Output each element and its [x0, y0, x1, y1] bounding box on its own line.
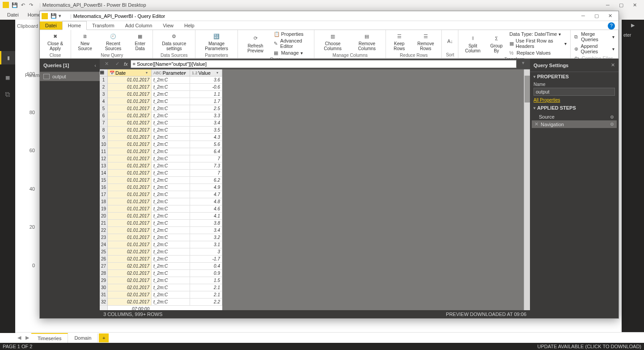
cell-value[interactable]: 7	[190, 155, 222, 162]
cell-date[interactable]: 01.01.2017 16:00:00	[108, 191, 152, 198]
table-row[interactable]: 01.01.2017 09:00:00t_2m:C5.6	[108, 141, 222, 148]
cell-value[interactable]: 7	[190, 170, 222, 176]
cell-value[interactable]: 3.6	[190, 77, 222, 83]
step-source[interactable]: Source⚙	[532, 113, 617, 120]
cell-parameter[interactable]: t_2m:C	[152, 112, 190, 119]
table-row[interactable]: 01.01.2017 16:00:00t_2m:C4.7	[108, 191, 222, 198]
split-column-button[interactable]: ⫴Split Column	[461, 33, 484, 54]
cell-date[interactable]: 01.01.2017 03:00:00	[108, 98, 152, 105]
cell-parameter[interactable]: t_2m:C	[152, 248, 190, 255]
cell-date[interactable]: 02.01.2017 01:00:00	[108, 256, 152, 262]
table-row[interactable]: 01.01.2017 05:00:00t_2m:C3.3	[108, 112, 222, 120]
row-number[interactable]: 24	[100, 241, 107, 248]
cell-parameter[interactable]: t_2m:C	[152, 263, 190, 269]
cell-value[interactable]: 1.5	[190, 277, 222, 284]
new-source-button[interactable]: 🗎New Source	[74, 31, 96, 52]
cell-value[interactable]: 3.2	[190, 234, 222, 241]
table-row[interactable]: 01.01.2017 11:00:00t_2m:C7	[108, 155, 222, 162]
replace-values-button[interactable]: ½Replace Values	[508, 50, 568, 56]
table-corner-icon[interactable]: ▦	[100, 69, 107, 77]
cell-value[interactable]: 3.4	[190, 227, 222, 234]
cell-date[interactable]: 02.01.2017 02:00:00	[108, 263, 152, 269]
save-icon[interactable]: 💾	[51, 13, 57, 19]
row-number[interactable]: 30	[100, 284, 107, 291]
cell-parameter[interactable]: t_2m:C	[152, 220, 190, 226]
cancel-formula-icon[interactable]: ✕	[102, 60, 110, 68]
cell-value[interactable]: 6.4	[190, 148, 222, 155]
close-settings-icon[interactable]: ✕	[611, 62, 615, 68]
cell-parameter[interactable]: t_2m:C	[152, 77, 190, 83]
cell-value[interactable]: 4.7	[190, 191, 222, 198]
undo-icon[interactable]: ↶	[20, 2, 26, 8]
cell-date[interactable]: 01.01.2017 13:00:00	[108, 170, 152, 176]
cell-value[interactable]: 3.5	[190, 127, 222, 133]
cell-date[interactable]: 01.01.2017 09:00:00	[108, 141, 152, 148]
table-row[interactable]: 01.01.2017 02:00:00t_2m:C1.1	[108, 91, 222, 98]
data-source-settings-button[interactable]: ⚙Data source settings	[156, 31, 192, 52]
table-row[interactable]: 02.01.2017 04:00:00t_2m:C1.5	[108, 277, 222, 284]
cell-date[interactable]: 01.01.2017 00:00:00	[108, 77, 152, 83]
table-row[interactable]: 01.01.2017 15:00:00t_2m:C4.9	[108, 184, 222, 191]
cell-parameter[interactable]: t_2m:C	[152, 191, 190, 198]
cell-date[interactable]: 02.01.2017 05:00:00	[108, 284, 152, 291]
data-type-button[interactable]: Data Type: Date/Time ▾	[508, 31, 568, 37]
table-row[interactable]: 02.01.2017 06:00:00t_2m:C2.1	[108, 291, 222, 299]
table-row[interactable]: 02.01.2017 07:00:00t_2m:C2.2	[108, 299, 222, 306]
report-view-icon[interactable]: ▮	[0, 51, 15, 64]
minimize-icon[interactable]: ─	[576, 13, 590, 19]
help-icon[interactable]: ?	[608, 22, 615, 30]
cell-parameter[interactable]: t_2m:C	[152, 84, 190, 90]
data-view-icon[interactable]: ▦	[4, 73, 12, 81]
row-number[interactable]: 26	[100, 256, 107, 263]
cell-date[interactable]: 01.01.2017 05:00:00	[108, 112, 152, 119]
cell-parameter[interactable]: t_2m:C	[152, 198, 190, 205]
update-available[interactable]: UPDATE AVAILABLE (CLICK TO DOWNLOAD)	[538, 344, 641, 349]
cell-value[interactable]: 3.3	[190, 112, 222, 119]
cell-value[interactable]: 7.3	[190, 162, 222, 169]
collapse-queries-icon[interactable]: ‹	[94, 63, 96, 68]
cell-date[interactable]: 02.01.2017 06:00:00	[108, 291, 152, 298]
table-row[interactable]: 01.01.2017 06:00:00t_2m:C3.4	[108, 120, 222, 127]
cell-date[interactable]: 02.01.2017 04:00:00	[108, 277, 152, 284]
model-view-icon[interactable]: ⿻	[4, 90, 12, 98]
maximize-icon[interactable]: ▢	[590, 13, 603, 19]
formula-dropdown-icon[interactable]: ▾	[519, 60, 527, 68]
table-row[interactable]: 02.01.2017 05:00:00t_2m:C2.1	[108, 284, 222, 291]
cell-parameter[interactable]: t_2m:C	[152, 148, 190, 155]
tab-help[interactable]: Help	[179, 21, 200, 30]
query-item-output[interactable]: output	[40, 72, 100, 81]
cell-value[interactable]: 0.9	[190, 270, 222, 277]
table-row[interactable]: 01.01.2017 01:00:00t_2m:C-0.6	[108, 84, 222, 91]
filter-dropdown-icon[interactable]: ▾	[216, 71, 221, 75]
remove-rows-button[interactable]: ☰Remove Rows	[412, 31, 439, 52]
redo-icon[interactable]: ↷	[28, 2, 34, 8]
cell-value[interactable]: 4.1	[190, 213, 222, 219]
sort-asc-button[interactable]: A↓	[445, 36, 455, 47]
row-number[interactable]: 7	[100, 120, 107, 127]
cell-value[interactable]: 2.1	[190, 291, 222, 298]
minimize-icon[interactable]: ─	[601, 2, 614, 8]
cell-date[interactable]: 01.01.2017 01:00:00	[108, 84, 152, 90]
row-number[interactable]: 11	[100, 148, 107, 155]
cell-value[interactable]: 4.3	[190, 134, 222, 141]
delete-step-icon[interactable]: ✕	[534, 121, 539, 127]
table-row[interactable]: 01.01.2017 21:00:00t_2m:C3.4	[108, 227, 222, 234]
qat-dropdown-icon[interactable]: ▾	[59, 13, 65, 19]
cell-value[interactable]: 2.5	[190, 105, 222, 112]
cell-value[interactable]: 4.9	[190, 184, 222, 191]
cell-date[interactable]: 01.01.2017 10:00:00	[108, 148, 152, 155]
cell-date[interactable]: 01.01.2017 19:00:00	[108, 213, 152, 219]
cell-parameter[interactable]: t_2m:C	[152, 170, 190, 176]
row-number[interactable]: 25	[100, 248, 107, 256]
cell-value[interactable]: -1.7	[190, 256, 222, 262]
save-icon[interactable]: 💾	[12, 2, 18, 8]
cell-value[interactable]: 4.6	[190, 205, 222, 212]
row-number[interactable]: 28	[100, 270, 107, 277]
cell-date[interactable]: 01.01.2017 12:00:00	[108, 162, 152, 169]
cell-value[interactable]: 3	[190, 248, 222, 255]
close-icon[interactable]: ✕	[603, 13, 617, 19]
maximize-icon[interactable]: ▢	[614, 2, 628, 8]
filter-dropdown-icon[interactable]: ▾	[146, 71, 150, 75]
table-row[interactable]: 01.01.2017 20:00:00t_2m:C3.8	[108, 220, 222, 227]
sheet-prev-icon[interactable]: ◀	[15, 335, 23, 341]
